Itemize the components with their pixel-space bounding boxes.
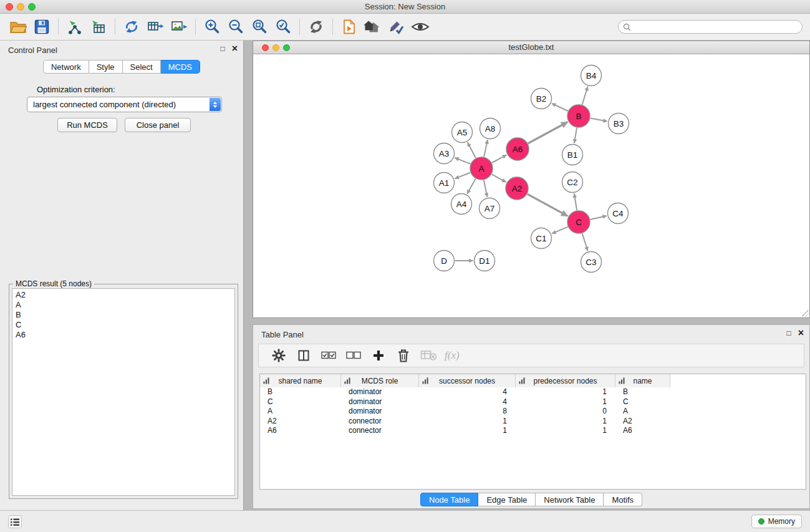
cell-predecessor-nodes[interactable]: 0 <box>516 407 615 417</box>
table-row[interactable]: A2connector11A2 <box>260 417 806 427</box>
tab-select[interactable]: Select <box>123 60 161 74</box>
cell-MCDS-role[interactable]: dominator <box>341 407 419 417</box>
show-columns-icon[interactable] <box>294 346 314 365</box>
cell-MCDS-role[interactable]: connector <box>341 426 419 436</box>
control-panel-close-icon[interactable]: × <box>232 44 238 53</box>
delete-column-trash-icon[interactable] <box>393 346 413 365</box>
graph-node-C[interactable]: C <box>567 211 590 233</box>
cell-name[interactable]: C <box>615 397 670 407</box>
cell-successor-nodes[interactable]: 4 <box>419 397 516 407</box>
graph-edge-C-C1[interactable] <box>552 227 568 234</box>
cell-predecessor-nodes[interactable]: 1 <box>516 417 615 427</box>
column-header-successor-nodes[interactable]: successor nodes <box>419 374 516 387</box>
graph-edge-B-B1[interactable] <box>574 128 577 143</box>
graph-edge-C-C4[interactable] <box>591 216 607 220</box>
column-header-predecessor-nodes[interactable]: predecessor nodes <box>516 374 615 387</box>
save-session-icon[interactable] <box>31 16 53 38</box>
search-input[interactable] <box>618 20 803 34</box>
table-panel-float-icon[interactable]: □ <box>786 329 791 337</box>
graph-edge-B-B3[interactable] <box>591 118 607 122</box>
graph-node-C3[interactable]: C3 <box>581 252 602 273</box>
table-row[interactable]: Bdominator41B <box>260 387 806 397</box>
run-mcds-button[interactable]: Run MCDS <box>57 118 117 132</box>
graph-edge-B-B2[interactable] <box>552 104 568 111</box>
column-header-name[interactable]: name <box>615 374 670 387</box>
graph-edge-A6-B[interactable] <box>528 122 568 144</box>
network-zoom-button[interactable] <box>283 44 290 51</box>
column-header-MCDS-role[interactable]: MCDS role <box>341 374 419 387</box>
export-image-icon[interactable] <box>168 16 190 38</box>
column-header-shared-name[interactable]: shared name <box>260 374 341 387</box>
tab-edge-table[interactable]: Edge Table <box>478 493 536 506</box>
cell-shared-name[interactable]: C <box>260 397 341 407</box>
graph-node-D1[interactable]: D1 <box>475 251 495 271</box>
graph-edge-B-B4[interactable] <box>582 87 588 105</box>
memory-button[interactable]: Memory <box>751 515 802 528</box>
control-panel-float-icon[interactable]: □ <box>220 44 224 53</box>
cell-successor-nodes[interactable]: 1 <box>419 417 516 427</box>
graph-node-B1[interactable]: B1 <box>562 145 583 165</box>
graph-edge-A-A7[interactable] <box>484 180 488 197</box>
cell-successor-nodes[interactable]: 1 <box>419 426 516 436</box>
cell-shared-name[interactable]: A2 <box>260 417 341 427</box>
cell-name[interactable]: A6 <box>615 426 670 436</box>
graph-edge-A-A2[interactable] <box>492 174 506 182</box>
graph-node-A7[interactable]: A7 <box>480 198 500 219</box>
cell-name[interactable]: A2 <box>615 417 670 427</box>
cell-name[interactable]: A <box>615 407 670 417</box>
result-item[interactable]: A6 <box>16 330 231 340</box>
result-item[interactable]: A2 <box>16 290 231 300</box>
add-column-plus-icon[interactable] <box>369 346 388 365</box>
graph-node-A[interactable]: A <box>470 157 493 180</box>
graph-node-A5[interactable]: A5 <box>452 122 473 143</box>
export-table-icon[interactable] <box>144 16 166 38</box>
result-item[interactable]: A <box>16 300 231 310</box>
table-panel-close-icon[interactable]: × <box>798 329 804 337</box>
open-session-icon[interactable] <box>7 16 29 38</box>
graph-node-C2[interactable]: C2 <box>562 172 583 193</box>
tab-network[interactable]: Network <box>43 60 89 74</box>
tab-style[interactable]: Style <box>89 60 123 74</box>
refresh-icon[interactable] <box>305 16 327 38</box>
graph-node-A2[interactable]: A2 <box>506 177 528 200</box>
table-row[interactable]: Cdominator41C <box>260 397 806 407</box>
document-export-icon[interactable] <box>338 16 360 38</box>
show-details-eye-icon[interactable] <box>409 16 432 38</box>
graph-node-A6[interactable]: A6 <box>506 138 529 160</box>
result-item[interactable]: C <box>16 320 231 330</box>
cell-shared-name[interactable]: A6 <box>260 426 341 436</box>
deselect-all-icon[interactable] <box>344 346 364 365</box>
tab-motifs[interactable]: Motifs <box>604 493 642 506</box>
style-check-icon[interactable] <box>385 16 408 38</box>
graph-edge-A2-C[interactable] <box>528 194 568 216</box>
graph-node-C4[interactable]: C4 <box>608 203 629 224</box>
cell-predecessor-nodes[interactable]: 1 <box>516 426 615 436</box>
cell-name[interactable]: B <box>615 387 670 397</box>
graph-node-B3[interactable]: B3 <box>609 114 629 134</box>
tab-network-table[interactable]: Network Table <box>536 493 604 506</box>
close-panel-button[interactable]: Close panel <box>125 118 191 132</box>
graph-node-C1[interactable]: C1 <box>531 228 552 249</box>
zoom-fit-icon[interactable] <box>248 16 271 38</box>
graph-node-A3[interactable]: A3 <box>434 143 455 164</box>
graph-edge-C-C3[interactable] <box>582 233 588 251</box>
cell-MCDS-role[interactable]: connector <box>341 417 419 427</box>
cell-MCDS-role[interactable]: dominator <box>341 387 419 397</box>
network-minimize-button[interactable] <box>272 44 279 51</box>
tab-mcds[interactable]: MCDS <box>161 60 200 74</box>
table-row[interactable]: Adominator80A <box>260 407 806 417</box>
graph-edge-A-A4[interactable] <box>467 179 476 194</box>
cell-shared-name[interactable]: B <box>260 387 341 397</box>
import-network-icon[interactable] <box>64 16 86 38</box>
cell-predecessor-nodes[interactable]: 1 <box>516 397 615 407</box>
zoom-in-icon[interactable] <box>201 16 223 38</box>
graph-node-B2[interactable]: B2 <box>531 89 552 109</box>
dropdown-stepper-icon[interactable] <box>210 98 221 111</box>
graph-edge-C-C2[interactable] <box>574 193 577 210</box>
result-item[interactable]: B <box>16 310 231 320</box>
graph-node-A1[interactable]: A1 <box>434 173 455 193</box>
task-history-icon[interactable] <box>8 515 22 528</box>
graph-node-A4[interactable]: A4 <box>451 194 472 215</box>
select-all-icon[interactable] <box>319 346 339 365</box>
tab-node-table[interactable]: Node Table <box>420 493 479 506</box>
